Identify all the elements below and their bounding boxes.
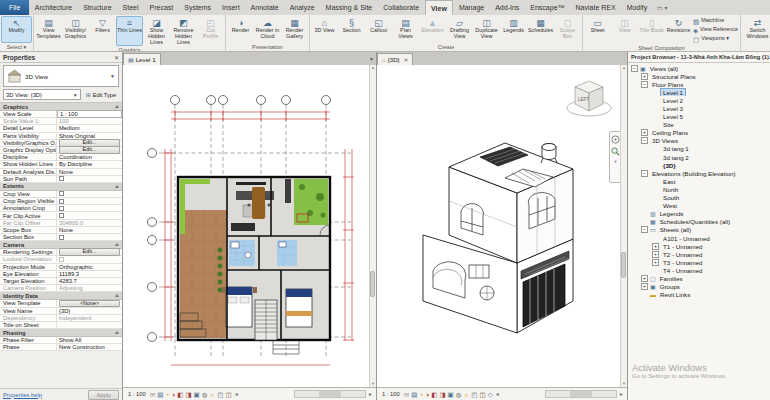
tab-level-1[interactable]: ▤ Level 1 bbox=[123, 53, 161, 65]
property-row[interactable]: Crop Region Visible bbox=[0, 198, 122, 205]
edit-type-button[interactable]: ⊞Edit Type bbox=[83, 89, 119, 100]
vcb-icon-9[interactable]: ◰ bbox=[471, 391, 477, 398]
property-row[interactable]: Far Clip Active bbox=[0, 212, 122, 219]
floor-plan-canvas[interactable]: ▲▼ bbox=[123, 65, 376, 387]
expander-icon[interactable] bbox=[641, 275, 648, 282]
checkbox[interactable] bbox=[59, 206, 64, 211]
vcb-icon-1[interactable]: ▤ bbox=[157, 391, 163, 398]
chevron-down-icon[interactable]: ▼ bbox=[110, 73, 115, 79]
3d-view-button[interactable]: ⌂3D View bbox=[311, 16, 338, 43]
property-row[interactable]: Eye Elevation11189.3 bbox=[0, 271, 122, 278]
thin-lines-button[interactable]: ≡Thin Lines bbox=[116, 16, 143, 46]
vcb-icon-7[interactable]: ◍ bbox=[456, 391, 462, 398]
collapse-icon[interactable] bbox=[115, 243, 119, 246]
scale-button[interactable]: 1 : 100 bbox=[380, 391, 402, 397]
property-row[interactable]: Graphic Display Opti...Edit... bbox=[0, 147, 122, 154]
type-selector[interactable]: 3D View ▼ bbox=[3, 65, 119, 87]
scrollbar-thumb[interactable] bbox=[570, 391, 592, 397]
property-row[interactable]: Crop View bbox=[0, 191, 122, 198]
tab-3d[interactable]: ⌂ {3D} ✕ bbox=[377, 53, 413, 65]
vcb-icon-9[interactable]: ◰ bbox=[217, 391, 223, 398]
3d-view-canvas[interactable]: LEFT ▼ ▲▼ bbox=[377, 65, 627, 387]
tree-item-west[interactable]: West bbox=[628, 202, 770, 210]
vertical-scrollbar[interactable]: ▲▼ bbox=[369, 65, 376, 387]
modify-button[interactable]: ↖ Modify bbox=[1, 16, 32, 43]
expander-icon[interactable] bbox=[641, 129, 648, 136]
tree-item-elevations[interactable]: Elevations (Building Elevation) bbox=[628, 169, 770, 177]
remove-hidden-lines-button[interactable]: ◩Remove Hidden Lines bbox=[170, 16, 197, 46]
tree-item-ceiling-plans[interactable]: Ceiling Plans bbox=[628, 129, 770, 137]
checkbox[interactable] bbox=[59, 213, 64, 218]
property-row[interactable]: View Template<None> bbox=[0, 300, 122, 307]
tab-add-ins[interactable]: Add-Ins bbox=[490, 0, 525, 15]
tab-architecture[interactable]: Architecture bbox=[29, 0, 77, 15]
tab-modify[interactable]: Modify bbox=[621, 0, 653, 15]
view-selector-combo[interactable]: 3D View: {3D}▼ bbox=[3, 89, 81, 100]
vcb-icon-5[interactable]: ◨ bbox=[439, 391, 445, 398]
steering-wheel-icon[interactable] bbox=[611, 135, 620, 144]
tree-item-south[interactable]: South bbox=[628, 194, 770, 202]
tree-item-t1[interactable]: T1 - Unnamed bbox=[628, 242, 770, 250]
vcb-icon-6[interactable]: ▣ bbox=[448, 391, 454, 398]
sheet-button[interactable]: ▭Sheet bbox=[584, 16, 611, 44]
scroll-right-icon[interactable]: ► bbox=[368, 391, 373, 397]
render-gallery-button[interactable]: ▦Render Gallery bbox=[281, 16, 308, 43]
property-row[interactable]: View Name{3D} bbox=[0, 308, 122, 315]
tree-item-legends[interactable]: ▥Legends bbox=[628, 210, 770, 218]
expander-icon[interactable] bbox=[641, 226, 648, 233]
tree-item-structural-plans[interactable]: Structural Plans bbox=[628, 72, 770, 80]
ribbon-display-toggle[interactable]: ▭▾ bbox=[657, 0, 668, 15]
property-row[interactable]: Phase FilterShow All bbox=[0, 337, 122, 344]
drafting-view-button[interactable]: ▱Drafting View bbox=[446, 16, 473, 43]
expander-icon[interactable] bbox=[641, 170, 648, 177]
tab-steel[interactable]: Steel bbox=[117, 0, 144, 15]
scroll-left-icon[interactable]: ◄ bbox=[234, 391, 239, 397]
property-row[interactable]: Rendering SettingsEdit... bbox=[0, 249, 122, 256]
scale-button[interactable]: 1 : 100 bbox=[126, 391, 148, 397]
tab-precast[interactable]: Precast bbox=[144, 0, 179, 15]
tree-item-level-5[interactable]: Level 5 bbox=[628, 113, 770, 121]
tab-insert[interactable]: Insert bbox=[217, 0, 246, 15]
view-reference-button[interactable]: ◈View Reference bbox=[693, 26, 738, 34]
property-row[interactable]: Title on Sheet bbox=[0, 322, 122, 329]
vcb-icon-7[interactable]: ◍ bbox=[202, 391, 208, 398]
vcb-icon-10[interactable]: ◫ bbox=[479, 391, 485, 398]
expander-icon[interactable] bbox=[652, 251, 659, 258]
vcb-icon-5[interactable]: ◨ bbox=[185, 391, 191, 398]
checkbox[interactable] bbox=[59, 235, 64, 240]
vcb-icon-3[interactable]: ◑ bbox=[425, 391, 429, 398]
legends-button[interactable]: ▥Legends bbox=[500, 16, 527, 43]
zoom-icon[interactable] bbox=[611, 147, 620, 156]
tab-list-chevron-icon[interactable]: ▼ bbox=[369, 56, 374, 62]
close-icon[interactable]: ✕ bbox=[114, 54, 119, 61]
vcb-icon-3[interactable]: ◑ bbox=[171, 391, 175, 398]
scroll-up-icon[interactable]: ▲ bbox=[371, 65, 375, 71]
tree-item-views-all[interactable]: ▣Views (all) bbox=[628, 64, 770, 72]
show-hidden-lines-button[interactable]: ◪Show Hidden Lines bbox=[143, 16, 170, 46]
close-tab-icon[interactable]: ✕ bbox=[404, 57, 409, 63]
vcb-icon-2[interactable]: ◔ bbox=[419, 391, 423, 398]
tree-item-families[interactable]: ▢Families bbox=[628, 274, 770, 282]
expander-icon[interactable] bbox=[641, 81, 648, 88]
property-row[interactable]: Section Box bbox=[0, 234, 122, 241]
scroll-right-icon[interactable]: ► bbox=[619, 391, 624, 397]
scroll-left-icon[interactable]: ◄ bbox=[495, 391, 500, 397]
expander-icon[interactable] bbox=[641, 283, 648, 290]
duplicate-view-button[interactable]: ◫Duplicate View bbox=[473, 16, 500, 43]
scrollbar-thumb[interactable] bbox=[621, 252, 626, 278]
vcb-icon-4[interactable]: ◧ bbox=[431, 391, 437, 398]
property-row[interactable]: DisciplineCoordination bbox=[0, 154, 122, 161]
revisions-button[interactable]: ↻Revisions bbox=[665, 16, 692, 44]
tab-naviate-rex[interactable]: Naviate REX bbox=[570, 0, 621, 15]
tree-item-schedules[interactable]: ▦Schedules/Quantities (all) bbox=[628, 218, 770, 226]
filters-button[interactable]: ▽Filters bbox=[89, 16, 116, 46]
checkbox[interactable] bbox=[59, 199, 64, 204]
property-row[interactable]: Annotation Crop bbox=[0, 205, 122, 212]
visibility-graphics-button[interactable]: ◫Visibility/ Graphics bbox=[62, 16, 89, 46]
tree-item-3d-views[interactable]: 3D Views bbox=[628, 137, 770, 145]
property-row[interactable]: Target Elevation4283.7 bbox=[0, 278, 122, 285]
scroll-up-icon[interactable]: ▲ bbox=[622, 65, 626, 71]
render-in-cloud-button[interactable]: ☁Render in Cloud bbox=[254, 16, 281, 43]
scroll-down-icon[interactable]: ▼ bbox=[371, 381, 375, 387]
tree-item-east[interactable]: East bbox=[628, 177, 770, 185]
